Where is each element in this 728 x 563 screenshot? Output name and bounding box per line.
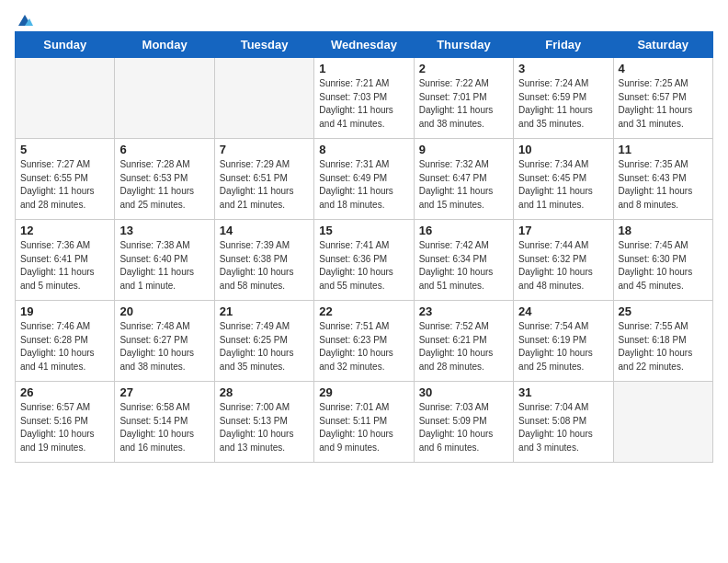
day-info: Sunrise: 7:54 AM Sunset: 6:19 PM Dayligh… (518, 320, 608, 373)
day-info: Sunrise: 7:01 AM Sunset: 5:11 PM Dayligh… (319, 401, 408, 454)
day-info: Sunrise: 6:58 AM Sunset: 5:14 PM Dayligh… (119, 401, 209, 454)
calendar-cell: 18Sunrise: 7:45 AM Sunset: 6:30 PM Dayli… (613, 220, 712, 301)
day-number: 3 (518, 62, 608, 75)
calendar-table: SundayMondayTuesdayWednesdayThursdayFrid… (15, 31, 713, 463)
calendar-cell: 22Sunrise: 7:51 AM Sunset: 6:23 PM Dayli… (314, 301, 414, 382)
day-number: 20 (119, 304, 209, 318)
day-number: 11 (619, 143, 708, 156)
day-info: Sunrise: 7:55 AM Sunset: 6:18 PM Dayligh… (619, 320, 708, 373)
calendar-cell: 7Sunrise: 7:29 AM Sunset: 6:51 PM Daylig… (214, 139, 313, 220)
logo-icon (17, 13, 33, 28)
calendar-cell: 31Sunrise: 7:04 AM Sunset: 5:08 PM Dayli… (514, 382, 613, 463)
day-number: 21 (220, 304, 309, 318)
day-number: 7 (220, 143, 309, 156)
calendar-cell: 16Sunrise: 7:42 AM Sunset: 6:34 PM Dayli… (414, 220, 513, 301)
calendar-cell: 4Sunrise: 7:25 AM Sunset: 6:57 PM Daylig… (613, 58, 712, 139)
day-number: 9 (419, 143, 508, 156)
day-info: Sunrise: 7:22 AM Sunset: 7:01 PM Dayligh… (419, 77, 508, 131)
calendar-week-row: 1Sunrise: 7:21 AM Sunset: 7:03 PM Daylig… (16, 58, 713, 139)
day-number: 18 (619, 224, 708, 237)
day-number: 28 (220, 385, 309, 399)
day-info: Sunrise: 7:03 AM Sunset: 5:09 PM Dayligh… (419, 401, 508, 454)
day-info: Sunrise: 7:29 AM Sunset: 6:51 PM Dayligh… (220, 158, 309, 212)
calendar-cell: 12Sunrise: 7:36 AM Sunset: 6:41 PM Dayli… (16, 220, 115, 301)
day-info: Sunrise: 7:49 AM Sunset: 6:25 PM Dayligh… (220, 320, 309, 373)
day-info: Sunrise: 7:00 AM Sunset: 5:13 PM Dayligh… (220, 401, 309, 454)
day-number: 5 (20, 143, 109, 156)
day-number: 2 (419, 62, 508, 75)
day-number: 15 (319, 224, 408, 237)
calendar-cell: 30Sunrise: 7:03 AM Sunset: 5:09 PM Dayli… (414, 382, 513, 463)
calendar-cell: 2Sunrise: 7:22 AM Sunset: 7:01 PM Daylig… (414, 58, 513, 139)
calendar-cell: 21Sunrise: 7:49 AM Sunset: 6:25 PM Dayli… (214, 301, 313, 382)
day-number: 16 (419, 224, 508, 237)
day-of-week-header: Friday (514, 32, 613, 58)
calendar-cell (16, 58, 115, 139)
day-of-week-header: Tuesday (214, 32, 313, 58)
day-info: Sunrise: 7:04 AM Sunset: 5:08 PM Dayligh… (518, 401, 608, 454)
day-info: Sunrise: 7:36 AM Sunset: 6:41 PM Dayligh… (20, 239, 109, 293)
day-of-week-header: Wednesday (314, 32, 414, 58)
calendar-cell: 6Sunrise: 7:28 AM Sunset: 6:53 PM Daylig… (115, 139, 214, 220)
day-number: 25 (619, 304, 708, 318)
day-info: Sunrise: 7:24 AM Sunset: 6:59 PM Dayligh… (518, 77, 608, 131)
calendar-cell: 17Sunrise: 7:44 AM Sunset: 6:32 PM Dayli… (514, 220, 613, 301)
day-of-week-header: Thursday (414, 32, 513, 58)
calendar-cell (214, 58, 313, 139)
day-number: 26 (20, 385, 109, 399)
day-number: 1 (319, 62, 408, 75)
calendar-cell: 27Sunrise: 6:58 AM Sunset: 5:14 PM Dayli… (115, 382, 214, 463)
day-number: 8 (319, 143, 408, 156)
day-info: Sunrise: 7:42 AM Sunset: 6:34 PM Dayligh… (419, 239, 508, 293)
calendar-cell: 15Sunrise: 7:41 AM Sunset: 6:36 PM Dayli… (314, 220, 414, 301)
day-info: Sunrise: 7:46 AM Sunset: 6:28 PM Dayligh… (20, 320, 109, 373)
day-number: 14 (220, 224, 309, 237)
day-info: Sunrise: 7:38 AM Sunset: 6:40 PM Dayligh… (119, 239, 209, 293)
calendar-week-row: 26Sunrise: 6:57 AM Sunset: 5:16 PM Dayli… (16, 382, 713, 463)
day-info: Sunrise: 7:48 AM Sunset: 6:27 PM Dayligh… (119, 320, 209, 373)
calendar-cell: 25Sunrise: 7:55 AM Sunset: 6:18 PM Dayli… (613, 301, 712, 382)
calendar-week-row: 5Sunrise: 7:27 AM Sunset: 6:55 PM Daylig… (16, 139, 713, 220)
day-info: Sunrise: 7:51 AM Sunset: 6:23 PM Dayligh… (319, 320, 408, 373)
calendar-header-row: SundayMondayTuesdayWednesdayThursdayFrid… (16, 32, 713, 58)
day-info: Sunrise: 7:45 AM Sunset: 6:30 PM Dayligh… (619, 239, 708, 293)
day-number: 12 (20, 224, 109, 237)
calendar-week-row: 12Sunrise: 7:36 AM Sunset: 6:41 PM Dayli… (16, 220, 713, 301)
calendar-cell: 8Sunrise: 7:31 AM Sunset: 6:49 PM Daylig… (314, 139, 414, 220)
day-info: Sunrise: 7:25 AM Sunset: 6:57 PM Dayligh… (619, 77, 708, 131)
day-number: 22 (319, 304, 408, 318)
day-info: Sunrise: 7:41 AM Sunset: 6:36 PM Dayligh… (319, 239, 408, 293)
calendar-cell: 9Sunrise: 7:32 AM Sunset: 6:47 PM Daylig… (414, 139, 513, 220)
page-header (15, 15, 713, 24)
day-info: Sunrise: 7:35 AM Sunset: 6:43 PM Dayligh… (619, 158, 708, 212)
day-info: Sunrise: 7:31 AM Sunset: 6:49 PM Dayligh… (319, 158, 408, 212)
calendar-cell: 14Sunrise: 7:39 AM Sunset: 6:38 PM Dayli… (214, 220, 313, 301)
calendar-cell: 5Sunrise: 7:27 AM Sunset: 6:55 PM Daylig… (16, 139, 115, 220)
day-number: 24 (518, 304, 608, 318)
day-number: 19 (20, 304, 109, 318)
calendar-cell: 29Sunrise: 7:01 AM Sunset: 5:11 PM Dayli… (314, 382, 414, 463)
day-info: Sunrise: 7:44 AM Sunset: 6:32 PM Dayligh… (518, 239, 608, 293)
day-number: 4 (619, 62, 708, 75)
calendar-cell: 23Sunrise: 7:52 AM Sunset: 6:21 PM Dayli… (414, 301, 513, 382)
calendar-cell: 11Sunrise: 7:35 AM Sunset: 6:43 PM Dayli… (613, 139, 712, 220)
calendar-cell: 3Sunrise: 7:24 AM Sunset: 6:59 PM Daylig… (514, 58, 613, 139)
day-number: 13 (119, 224, 209, 237)
calendar-cell: 19Sunrise: 7:46 AM Sunset: 6:28 PM Dayli… (16, 301, 115, 382)
day-number: 6 (119, 143, 209, 156)
calendar-week-row: 19Sunrise: 7:46 AM Sunset: 6:28 PM Dayli… (16, 301, 713, 382)
day-info: Sunrise: 7:27 AM Sunset: 6:55 PM Dayligh… (20, 158, 109, 212)
calendar-cell (115, 58, 214, 139)
day-number: 17 (518, 224, 608, 237)
calendar-cell: 20Sunrise: 7:48 AM Sunset: 6:27 PM Dayli… (115, 301, 214, 382)
day-info: Sunrise: 7:52 AM Sunset: 6:21 PM Dayligh… (419, 320, 508, 373)
day-info: Sunrise: 6:57 AM Sunset: 5:16 PM Dayligh… (20, 401, 109, 454)
day-number: 29 (319, 385, 408, 399)
calendar-cell: 26Sunrise: 6:57 AM Sunset: 5:16 PM Dayli… (16, 382, 115, 463)
day-of-week-header: Monday (115, 32, 214, 58)
calendar-cell: 28Sunrise: 7:00 AM Sunset: 5:13 PM Dayli… (214, 382, 313, 463)
day-of-week-header: Sunday (16, 32, 115, 58)
day-info: Sunrise: 7:39 AM Sunset: 6:38 PM Dayligh… (220, 239, 309, 293)
calendar-cell: 10Sunrise: 7:34 AM Sunset: 6:45 PM Dayli… (514, 139, 613, 220)
day-number: 30 (419, 385, 508, 399)
